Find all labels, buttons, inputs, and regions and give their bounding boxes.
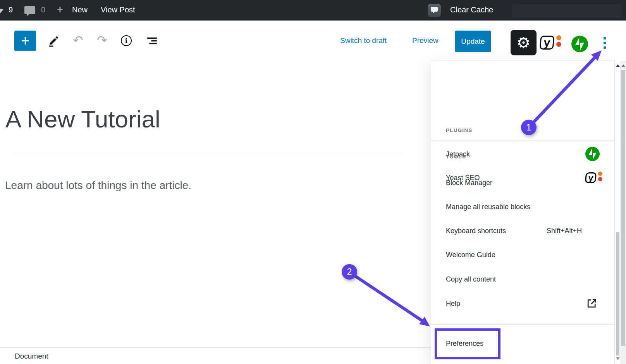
external-link-icon [586,297,598,311]
window-scrollbar-thumb[interactable] [621,70,625,346]
list-view-icon[interactable] [146,35,158,48]
redo-icon[interactable]: ↷ [97,34,107,46]
menu-item-preferences[interactable]: Preferences [446,340,483,348]
comments-bubble-icon[interactable] [24,6,35,14]
wp-admin-bar: 9 0 + New View Post Clear Cache [0,0,626,21]
yoast-toolbar-icon[interactable]: y [540,34,562,51]
switch-to-draft-link[interactable]: Switch to draft [340,36,387,45]
undo-icon[interactable]: ↶ [73,34,83,46]
kebab-menu-icon[interactable] [602,36,607,50]
preview-link[interactable]: Preview [412,36,439,45]
annotation-step-2-number: 2 [347,267,352,277]
menu-item-keyboard-shortcuts[interactable]: Keyboard shortcuts [446,227,506,235]
yoast-y-glyph: y [539,36,554,50]
updates-icon[interactable] [0,6,5,15]
update-button-label: Update [461,37,485,46]
menu-item-block-manager[interactable]: Block Manager [446,179,492,187]
yoast-red-dot [598,177,602,181]
update-button[interactable]: Update [455,31,491,52]
options-popover-menu: PLUGINS Jetpack Yoast SEO y TOOLS Block … [431,60,614,364]
menu-scrollbar-thumb[interactable] [616,232,619,355]
wordpress-editor-screen: 9 0 + New View Post Clear Cache + ↶ ↷ i [0,0,626,364]
breadcrumb: Document [15,352,48,361]
yoast-red-dot [556,42,561,47]
menu-item-copy-all-content[interactable]: Copy all content [446,275,496,283]
menu-divider [431,141,615,141]
clear-cache-bubble-icon[interactable] [428,4,441,17]
details-info-icon[interactable]: i [121,35,132,46]
new-plus-icon[interactable]: + [57,4,63,16]
title-block-divider [14,152,402,152]
admin-bar-hover-region [512,4,622,17]
jetpack-menu-icon [585,147,600,163]
gear-icon: ⚙ [517,34,531,52]
jetpack-toolbar-icon[interactable] [571,36,588,54]
yoast-y-glyph: y [585,172,597,183]
menu-section-header-plugins: PLUGINS [446,127,472,133]
annotation-step-2-circle [342,264,357,280]
menu-scrollbar[interactable] [614,60,620,364]
settings-gear-button[interactable]: ⚙ [511,30,537,55]
plus-icon: + [21,33,29,49]
scroll-up-arrow-icon[interactable] [616,64,620,67]
menu-divider [431,325,615,325]
keyboard-shortcut-badge: Shift+Alt+H [547,227,582,235]
yoast-menu-icon: y [585,171,603,184]
bubble-glyph [431,7,438,12]
updates-count[interactable]: 9 [9,5,13,14]
admin-bar-clear-cache[interactable]: Clear Cache [450,5,493,14]
admin-bar-view-post[interactable]: View Post [101,5,135,14]
admin-bar-new[interactable]: New [72,5,88,14]
annotation-arrow-2-line [356,277,423,321]
yoast-orange-dot [598,172,602,176]
menu-item-manage-reusable-blocks[interactable]: Manage all reusable blocks [446,203,530,211]
block-inserter-button[interactable]: + [14,31,36,51]
scroll-up-arrow-icon[interactable] [621,64,625,67]
post-paragraph[interactable]: Learn about lots of things in the articl… [5,179,191,192]
breadcrumb-bar-divider [0,347,431,348]
edit-mode-pencil-icon[interactable] [47,34,60,49]
editor-header: + ↶ ↷ i Switch to draft Preview Update ⚙… [0,21,626,60]
menu-item-welcome-guide[interactable]: Welcome Guide [446,251,495,259]
yoast-orange-dot [556,35,561,40]
comments-count[interactable]: 0 [41,5,45,14]
post-title[interactable]: A New Tutorial [5,105,160,133]
scroll-down-arrow-icon[interactable] [616,357,620,360]
annotation-arrow-2-head [419,317,430,326]
menu-section-header-tools: TOOLS [446,154,466,160]
info-i-glyph: i [125,37,127,45]
menu-item-help[interactable]: Help [446,300,460,308]
window-scrollbar[interactable] [620,21,626,364]
